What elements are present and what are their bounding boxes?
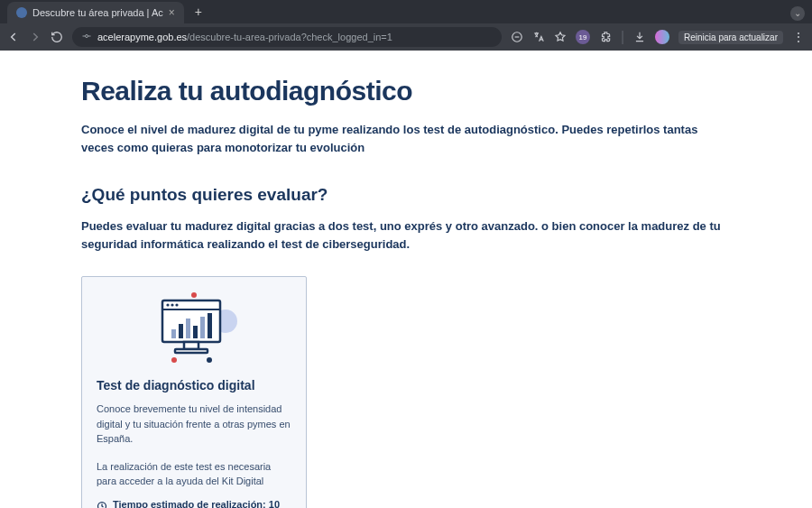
svg-point-8 — [166, 303, 169, 306]
card-time-row: Tiempo estimado de realización: 10 min. — [97, 498, 291, 509]
new-tab-button[interactable]: + — [189, 5, 208, 19]
page-viewport[interactable]: Realiza tu autodiagnóstico Conoce el niv… — [0, 51, 812, 508]
test-card-digital[interactable]: Test de diagnóstico digital Conoce breve… — [81, 276, 307, 508]
translate-icon[interactable] — [532, 31, 545, 43]
svg-point-9 — [171, 303, 173, 306]
card-illustration — [97, 290, 291, 371]
kebab-menu-icon[interactable]: ⋮ — [792, 30, 805, 44]
profile-avatar[interactable] — [655, 30, 669, 44]
section-title: ¿Qué puntos quieres evaluar? — [81, 185, 731, 205]
svg-rect-18 — [175, 349, 208, 353]
url-host: acelerapyme.gob.es — [97, 32, 187, 42]
svg-point-0 — [86, 35, 88, 38]
svg-rect-11 — [171, 329, 176, 338]
update-button[interactable]: Reinicia para actualizar — [678, 31, 783, 44]
page-title: Realiza tu autodiagnóstico — [81, 76, 731, 106]
browser-tab[interactable]: Descubre tu área privada | Ac × — [7, 2, 184, 23]
bookmark-icon[interactable] — [554, 31, 567, 43]
svg-rect-14 — [193, 326, 198, 338]
extensions-icon[interactable] — [599, 31, 612, 43]
svg-rect-12 — [179, 324, 183, 338]
clock-icon — [97, 499, 107, 509]
download-icon[interactable] — [633, 31, 646, 43]
svg-point-4 — [191, 292, 197, 298]
card-description: Conoce brevemente tu nivel de intensidad… — [97, 402, 291, 447]
section-sub: Puedes evaluar tu madurez digital gracia… — [81, 217, 731, 253]
tab-strip: Descubre tu área privada | Ac × + ⌄ — [0, 0, 812, 23]
browser-toolbar: acelerapyme.gob.es/descubre-tu-area-priv… — [0, 23, 812, 51]
url-path: /descubre-tu-area-privada?check_logged_i… — [187, 32, 392, 42]
card-title: Test de diagnóstico digital — [97, 378, 291, 393]
svg-point-20 — [207, 357, 212, 363]
tab-title: Descubre tu área privada | Ac — [32, 7, 163, 18]
site-info-icon[interactable] — [81, 31, 92, 43]
ad-info-icon[interactable] — [511, 31, 523, 43]
card-note: La realización de este test es necesaria… — [97, 459, 291, 489]
back-button[interactable] — [7, 31, 20, 43]
extension-badge[interactable]: 19 — [576, 30, 590, 44]
svg-rect-13 — [186, 319, 190, 338]
browser-chrome: Descubre tu área privada | Ac × + ⌄ acel… — [0, 0, 812, 51]
tab-favicon-icon — [16, 7, 27, 18]
page-lead: Conoce el nivel de madurez digital de tu… — [81, 121, 731, 156]
tab-close-icon[interactable]: × — [169, 7, 175, 18]
address-bar[interactable]: acelerapyme.gob.es/descubre-tu-area-priv… — [72, 27, 502, 47]
svg-rect-15 — [200, 317, 205, 338]
card-time-label: Tiempo estimado de realización: 10 min. — [113, 498, 291, 509]
reload-button[interactable] — [51, 31, 63, 43]
url-text: acelerapyme.gob.es/descubre-tu-area-priv… — [97, 32, 392, 42]
window-expand-button[interactable]: ⌄ — [790, 4, 805, 21]
svg-point-10 — [175, 303, 178, 306]
main-content: Realiza tu autodiagnóstico Conoce el niv… — [81, 51, 731, 508]
forward-button[interactable] — [29, 31, 42, 43]
toolbar-right-icons: 19 | Reinicia para actualizar ⋮ — [511, 29, 805, 45]
svg-rect-16 — [208, 313, 212, 338]
svg-point-19 — [171, 357, 177, 363]
